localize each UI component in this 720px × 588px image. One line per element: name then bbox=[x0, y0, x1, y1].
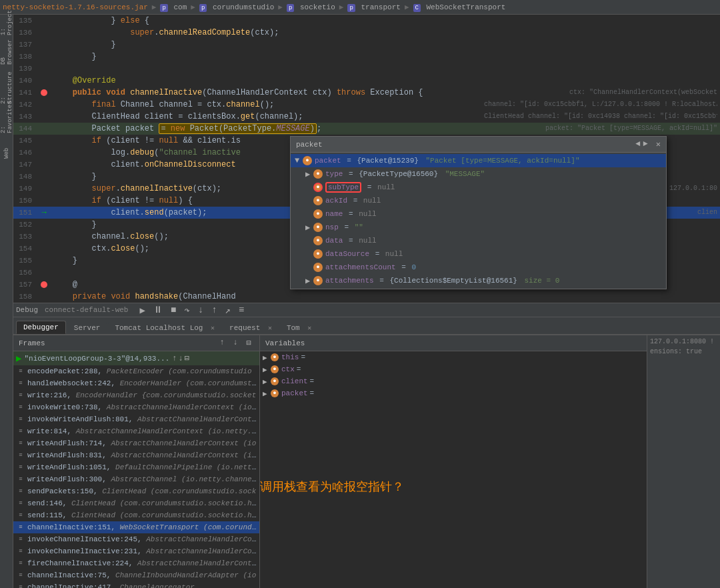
frame-text-ci151: channelInactive:151, WebSocketTransport … bbox=[27, 523, 257, 531]
frames-controls: ↑ ↓ ⊟ bbox=[217, 338, 254, 348]
frame-ci417[interactable]: ≡ channelInactive:417, ChannelAggregator bbox=[13, 581, 259, 588]
close-tomcat-tab[interactable]: ✕ bbox=[211, 325, 215, 332]
frame-text-send115: send:115, ClientHead (com.corundumstudio… bbox=[27, 511, 257, 519]
tt-item-type[interactable]: ▶ ● type = {PacketType@16560} "MESSAGE" bbox=[291, 167, 666, 181]
bc-sep1: ▶ bbox=[191, 3, 195, 11]
tt-item-root[interactable]: ▼ ● packet = {Packet@15239} "Packet [typ… bbox=[291, 154, 666, 167]
tooltip-nav-fwd[interactable]: ► bbox=[643, 139, 648, 149]
tab-request[interactable]: request ✕ bbox=[223, 322, 279, 334]
variables-list: ▶ ● this = ▶ ● ctx = ▶ bbox=[260, 351, 647, 588]
frame-encodepacket[interactable]: ≡ encodePacket:288, PacketEncoder (com.c… bbox=[13, 365, 259, 377]
tt-icon-ackid: ● bbox=[313, 196, 323, 205]
tt-item-ackid[interactable]: ▶ ● ackId = null bbox=[291, 194, 666, 207]
frame-invokeci231[interactable]: ≡ invokeChannelInactive:231, AbstractCha… bbox=[13, 545, 259, 557]
frame-handlewebsocket[interactable]: ≡ handleWebsocket:242, EncoderHandler (c… bbox=[13, 377, 259, 389]
thread-ctrl-filter[interactable]: ⊟ bbox=[185, 353, 189, 363]
tt-item-data[interactable]: ▶ ● data = null bbox=[291, 234, 666, 247]
tab-tomcat-log[interactable]: Tomcat Localhost Log ✕ bbox=[108, 322, 221, 334]
frame-text-waf831: writeAndFlush:831, AbstractChannelHandle… bbox=[27, 451, 257, 459]
resume-button[interactable]: ▶ bbox=[137, 304, 147, 317]
code-line-141: 141 public void channelInactive(ChannelH… bbox=[13, 87, 720, 99]
frame-text-invoke801: invokeWriteAndFlush:801, AbstractChannel… bbox=[27, 415, 257, 423]
close-tom-tab[interactable]: ✕ bbox=[307, 325, 311, 332]
frame-invokeci245[interactable]: ≡ invokeChannelInactive:245, AbstractCha… bbox=[13, 533, 259, 545]
inline-annotation-144: packet: "Packet [type=MESSAGE, ackId=nul… bbox=[545, 123, 717, 135]
step-into-button[interactable]: ↓ bbox=[196, 304, 205, 317]
bc-sep2: ▶ bbox=[278, 3, 283, 11]
evaluate-button[interactable]: ≡ bbox=[237, 304, 246, 317]
tt-item-attachments[interactable]: ▶ ● attachments = {Collections$EmptyList… bbox=[291, 274, 666, 287]
frame-write216[interactable]: ≡ write:216, EncoderHandler {com.corundu… bbox=[13, 389, 259, 401]
frames-up-btn[interactable]: ↑ bbox=[217, 338, 227, 348]
close-request-tab[interactable]: ✕ bbox=[268, 325, 272, 332]
frame-text-ci417: channelInactive:417, ChannelAggregator bbox=[27, 583, 257, 588]
frame-send115[interactable]: ≡ send:115, ClientHead (com.corundumstud… bbox=[13, 509, 259, 521]
breadcrumb-class[interactable]: C WebSocketTransport bbox=[413, 3, 506, 11]
frame-channelinactive-151[interactable]: ≡ channelInactive:151, WebSocketTranspor… bbox=[13, 521, 259, 533]
sidebar-db-icon[interactable]: DB Browser bbox=[1, 47, 12, 57]
frame-write814[interactable]: ≡ write:814, AbstractChannelHandlerConte… bbox=[13, 425, 259, 437]
breakpoint-157[interactable] bbox=[41, 281, 47, 288]
frame-text-send146: send:146, ClientHead (com.corundumstudio… bbox=[27, 499, 257, 507]
stop-button[interactable]: ■ bbox=[169, 304, 178, 317]
frame-waf831[interactable]: ≡ writeAndFlush:831, AbstractChannelHand… bbox=[13, 449, 259, 461]
tab-server[interactable]: Server bbox=[67, 322, 107, 334]
pause-button[interactable]: ⏸ bbox=[151, 304, 165, 317]
thread-name: "nioEventLoopGroup-3-3"@14,933... bbox=[24, 355, 169, 363]
frame-waf300[interactable]: ≡ writeAndFlush:300, AbstractChannel (io… bbox=[13, 473, 259, 485]
tt-arrow-root: ▼ bbox=[295, 156, 303, 165]
tt-item-datasource[interactable]: ▶ ● dataSource = null bbox=[291, 247, 666, 261]
step-out-button[interactable]: ↑ bbox=[209, 304, 219, 317]
breadcrumb-com[interactable]: p com bbox=[160, 3, 187, 11]
frame-send146[interactable]: ≡ send:146, ClientHead (com.corundumstud… bbox=[13, 497, 259, 509]
thread-ctrl-down[interactable]: ↓ bbox=[178, 354, 183, 363]
tt-icon-root: ● bbox=[303, 156, 312, 165]
tt-item-name[interactable]: ▶ ● name = null bbox=[291, 207, 666, 221]
frames-panel: Frames ↑ ↓ ⊟ ▶ "nioEventLoopGroup-3-3"@1… bbox=[13, 335, 260, 588]
tt-item-subtype[interactable]: ▶ ● subType = null bbox=[291, 181, 666, 194]
frames-list[interactable]: ▶ "nioEventLoopGroup-3-3"@14,933... ↑ ↓ … bbox=[13, 351, 259, 588]
variables-header: Variables bbox=[260, 335, 647, 351]
frame-fireci224[interactable]: ≡ fireChannelInactive:224, AbstractChann… bbox=[13, 557, 259, 569]
sidebar-project-icon[interactable]: 1: Project bbox=[1, 17, 12, 28]
tooltip-close-btn[interactable]: ✕ bbox=[656, 139, 661, 149]
frames-filter-btn[interactable]: ⊟ bbox=[243, 338, 254, 348]
tab-tom[interactable]: Tom ✕ bbox=[280, 322, 318, 334]
frame-ci75[interactable]: ≡ channelInactive:75, ChannelInboundHand… bbox=[13, 569, 259, 581]
thread-item[interactable]: ▶ "nioEventLoopGroup-3-3"@14,933... ↑ ↓ … bbox=[13, 351, 259, 365]
code-editor[interactable]: 135 } else { 136 super.channelReadComple… bbox=[13, 15, 720, 303]
sidebar-web-icon[interactable]: Web bbox=[1, 148, 12, 159]
breadcrumb-socketio[interactable]: p socketio bbox=[287, 3, 335, 11]
code-line-136: 136 super.channelReadComplete(ctx); bbox=[13, 27, 720, 39]
breakpoint-141[interactable] bbox=[41, 89, 47, 96]
run-to-cursor-button[interactable]: ↗ bbox=[223, 304, 233, 317]
tt-icon-subtype: ● bbox=[313, 183, 323, 192]
var-ctx[interactable]: ▶ ● ctx = bbox=[260, 363, 647, 375]
frame-waf714[interactable]: ≡ writeAndFlush:714, AbstractChannelHand… bbox=[13, 437, 259, 449]
sidebar-fav-icon[interactable]: 2: Favorites bbox=[1, 112, 12, 123]
jar-name: netty-socketio-1.7.16-sources.jar bbox=[3, 3, 148, 11]
var-packet[interactable]: ▶ ● packet = bbox=[260, 387, 647, 399]
tt-item-attachmentscount[interactable]: ▶ ● attachmentsCount = 0 bbox=[291, 261, 666, 274]
tt-item-nsp[interactable]: ▶ ● nsp = "" bbox=[291, 221, 666, 234]
var-icon-client: ● bbox=[271, 377, 279, 385]
frame-invoke738[interactable]: ≡ invokeWrite0:738, AbstractChannelHandl… bbox=[13, 401, 259, 413]
thread-ctrl-up[interactable]: ↑ bbox=[172, 354, 177, 363]
bottom-panel: Frames ↑ ↓ ⊟ ▶ "nioEventLoopGroup-3-3"@1… bbox=[13, 335, 720, 588]
frame-waf1051[interactable]: ≡ writeAndFlush:1051, DefaultChannelPipe… bbox=[13, 461, 259, 473]
var-client[interactable]: ▶ ● client = bbox=[260, 375, 647, 387]
variables-panel: Variables ▶ ● this = ▶ ● ctx bbox=[260, 335, 647, 588]
tab-debugger[interactable]: Debugger bbox=[16, 321, 66, 334]
var-this[interactable]: ▶ ● this = bbox=[260, 351, 647, 363]
breadcrumb-transport[interactable]: p transport bbox=[347, 3, 400, 11]
frame-sendpackets[interactable]: ≡ sendPackets:150, ClientHead (com.corun… bbox=[13, 485, 259, 497]
sidebar-struct-icon[interactable]: 2: Structure bbox=[1, 83, 12, 93]
debug-session: connect-default-web bbox=[45, 306, 128, 314]
inline-annotation-142: channel: "[id: 0xc15cbbf1, L:/127.0.0.1:… bbox=[484, 99, 717, 111]
frame-text-ci75: channelInactive:75, ChannelInboundHandle… bbox=[27, 571, 257, 579]
breadcrumb-studio[interactable]: p corundumstudio bbox=[199, 3, 274, 11]
frames-down-btn[interactable]: ↓ bbox=[230, 338, 241, 348]
step-over-button[interactable]: ↷ bbox=[182, 304, 191, 317]
frame-invoke801[interactable]: ≡ invokeWriteAndFlush:801, AbstractChann… bbox=[13, 413, 259, 425]
tooltip-nav-back[interactable]: ◄ bbox=[635, 139, 640, 149]
